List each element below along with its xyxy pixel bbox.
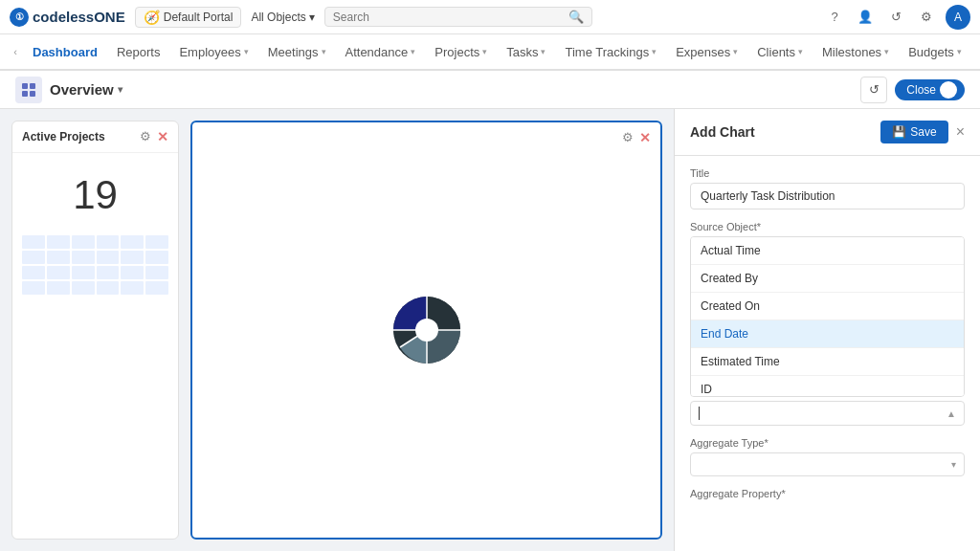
overview-right-actions: ↺ Close [860, 77, 965, 103]
overview-label: Overview [50, 81, 114, 98]
all-objects-caret: ▾ [309, 11, 315, 24]
grid-cell [97, 235, 120, 249]
add-chart-panel: Add Chart 💾 Save × Title Source Object* … [674, 109, 980, 551]
scroll-up-icon[interactable]: ▲ [947, 408, 956, 419]
nav-item-dashboard[interactable]: Dashboard [23, 34, 107, 71]
nav-timetrackings-label: Time Trackings [565, 45, 649, 59]
source-object-label: Source Object* [690, 221, 965, 232]
nav-reports-label: Reports [117, 45, 161, 59]
nav-prev-button[interactable]: ‹ [8, 34, 23, 70]
active-projects-actions: ⚙ ✕ [140, 129, 168, 144]
grid-cell [121, 266, 144, 279]
chart-widget: ⚙ ✕ [190, 121, 662, 540]
grid-cell [72, 266, 95, 279]
dropdown-item-actual-time[interactable]: Actual Time [691, 237, 964, 265]
settings-icon[interactable]: ⚙ [915, 6, 938, 29]
save-button[interactable]: 💾 Save [880, 121, 947, 143]
projects-caret-icon: ▾ [482, 47, 487, 56]
content-area: Active Projects ⚙ ✕ 19 [0, 109, 980, 551]
nav-expenses-label: Expenses [676, 45, 730, 59]
nav-item-budgets[interactable]: Budgets ▾ [899, 34, 971, 71]
search-bar[interactable]: 🔍 [324, 7, 592, 27]
milestones-caret-icon: ▾ [884, 47, 889, 56]
active-projects-header: Active Projects ⚙ ✕ [12, 121, 178, 153]
attendance-caret-icon: ▾ [411, 47, 415, 56]
svg-rect-3 [30, 91, 35, 97]
chart-inner [192, 122, 660, 538]
title-field-input[interactable] [690, 183, 965, 209]
close-toggle-label: Close [906, 83, 936, 97]
dropdown-item-id[interactable]: ID [691, 376, 964, 397]
nav-item-reports[interactable]: Reports [107, 34, 170, 71]
tasks-caret-icon: ▾ [541, 47, 546, 56]
budgets-caret-icon: ▾ [957, 47, 962, 56]
grid-cell [145, 251, 168, 264]
nav-item-meetings[interactable]: Meetings ▾ [258, 34, 336, 71]
topbar-right-actions: ? 👤 ↺ ⚙ A [823, 5, 970, 30]
grid-cell [145, 235, 168, 249]
active-projects-widget: Active Projects ⚙ ✕ 19 [11, 121, 179, 540]
history-icon[interactable]: ↺ [884, 6, 907, 29]
aggregate-type-label: Aggregate Type* [690, 437, 965, 449]
main-content: Overview ▾ ↺ Close Active Projects ⚙ ✕ [0, 71, 980, 551]
aggregate-type-select[interactable]: ▾ [690, 452, 965, 476]
dropdown-item-created-by[interactable]: Created By [691, 265, 964, 293]
active-projects-grid [12, 228, 178, 302]
topbar: ① codelessONE 🧭 Default Portal All Objec… [0, 0, 980, 34]
dropdown-item-created-on[interactable]: Created On [691, 293, 964, 320]
nav-item-expenses[interactable]: Expenses ▾ [666, 34, 747, 71]
grid-cell [47, 266, 70, 279]
nav-meetings-label: Meetings [268, 45, 319, 59]
portal-label: Default Portal [164, 11, 234, 24]
overview-title[interactable]: Overview ▾ [50, 81, 122, 98]
nav-tasks-label: Tasks [506, 45, 538, 59]
nav-item-employees[interactable]: Employees ▾ [169, 34, 257, 71]
panel-header-actions: 💾 Save × [880, 121, 965, 143]
text-cursor [699, 407, 700, 420]
source-object-dropdown[interactable]: Actual Time Created By Created On End Da… [690, 236, 965, 397]
nav-item-milestones[interactable]: Milestones ▾ [813, 34, 899, 71]
dropdown-item-end-date[interactable]: End Date [691, 320, 964, 348]
grid-cell [145, 266, 168, 279]
grid-cell [22, 251, 45, 264]
portal-button[interactable]: 🧭 Default Portal [135, 7, 242, 28]
user-icon[interactable]: 👤 [854, 6, 877, 29]
grid-cell [97, 251, 120, 264]
close-toggle-button[interactable]: Close [895, 79, 965, 100]
aggregate-type-caret-icon: ▾ [951, 459, 956, 470]
panel-body: Title Source Object* Actual Time Created… [675, 156, 980, 551]
nav-budgets-label: Budgets [908, 45, 954, 59]
grid-cell [121, 251, 144, 264]
nav-item-us[interactable]: Us [971, 34, 980, 71]
all-objects-button[interactable]: All Objects ▾ [251, 11, 314, 24]
active-projects-number: 19 [12, 153, 178, 228]
grid-cell [72, 235, 95, 249]
nav-item-attendance[interactable]: Attendance ▾ [336, 34, 426, 71]
help-icon[interactable]: ? [823, 6, 846, 29]
panel-close-button[interactable]: × [956, 123, 965, 141]
search-input[interactable] [333, 11, 568, 24]
grid-cell [97, 281, 120, 295]
close-icon[interactable]: ✕ [157, 129, 168, 144]
avatar[interactable]: A [946, 5, 970, 30]
grid-cell [22, 281, 45, 295]
dropdown-item-estimated-time[interactable]: Estimated Time [691, 348, 964, 376]
gear-icon[interactable]: ⚙ [140, 129, 151, 144]
title-field-label: Title [690, 167, 965, 179]
grid-cell [121, 235, 144, 249]
nav-item-tasks[interactable]: Tasks ▾ [497, 34, 555, 71]
save-label: Save [910, 125, 936, 139]
toggle-circle [940, 81, 957, 99]
meetings-caret-icon: ▾ [322, 47, 326, 56]
refresh-button[interactable]: ↺ [860, 77, 887, 103]
nav-milestones-label: Milestones [822, 45, 881, 59]
nav-item-timetrackings[interactable]: Time Trackings ▾ [555, 34, 666, 71]
grid-cell [97, 266, 120, 279]
active-projects-title: Active Projects [22, 130, 105, 143]
portal-icon: 🧭 [144, 10, 160, 25]
nav-item-projects[interactable]: Projects ▾ [425, 34, 497, 71]
nav-attendance-label: Attendance [345, 45, 409, 59]
svg-rect-1 [30, 83, 35, 89]
nav-item-clients[interactable]: Clients ▾ [747, 34, 813, 71]
left-panel: Active Projects ⚙ ✕ 19 [0, 109, 674, 551]
